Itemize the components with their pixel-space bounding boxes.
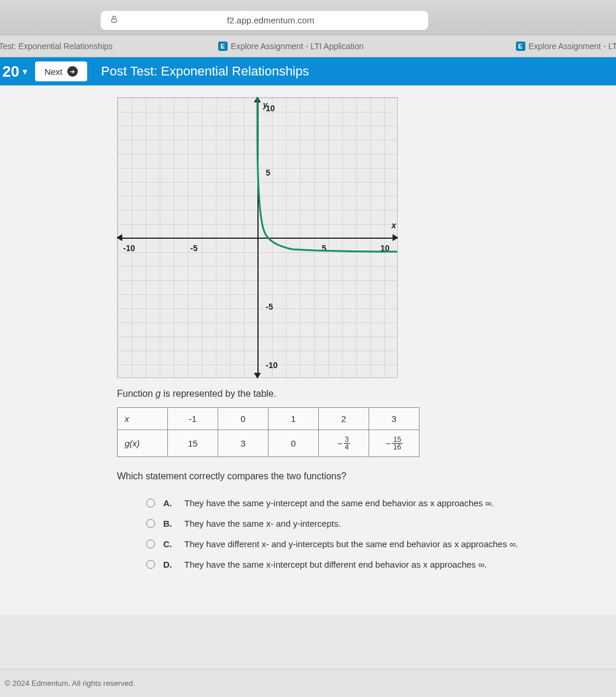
cell: 2 <box>319 408 369 430</box>
cell: −1516 <box>369 430 419 457</box>
url-text: f2.app.edmentum.com <box>123 15 419 25</box>
choice-d[interactable]: D. They have the same x-intercept but di… <box>146 559 616 569</box>
choice-b[interactable]: B. They have the same x- and y-intercept… <box>146 519 616 528</box>
browser-chrome: f2.app.edmentum.com <box>0 0 616 36</box>
tab-badge-icon: E <box>218 42 228 51</box>
radio-icon[interactable] <box>146 519 155 528</box>
cell: −34 <box>319 430 369 457</box>
table-caption: Function g is represented by the table. <box>117 389 616 399</box>
tab-badge-icon: E <box>516 42 525 51</box>
cell: 3 <box>218 430 269 457</box>
row-header-x: x <box>125 414 129 424</box>
choice-c[interactable]: C. They have different x- and y-intercep… <box>146 539 616 549</box>
cell: -1 <box>168 408 218 430</box>
radio-icon[interactable] <box>146 540 155 548</box>
function-table: x -1 0 1 2 3 g(x) 15 3 0 −34 −1516 <box>117 407 419 457</box>
tab-center[interactable]: E Explore Assignment - LTI Application <box>218 42 364 51</box>
row-header-gx: g(x) <box>125 438 140 448</box>
question-number-dropdown[interactable]: 20 ▾ <box>0 63 35 81</box>
cell: 3 <box>369 408 419 430</box>
question-content: y x 10 5 -5 -10 -10 -5 5 10 Function g i… <box>0 85 616 615</box>
page-title: Post Test: Exponential Relationships <box>101 64 309 79</box>
chevron-down-icon: ▾ <box>23 67 27 76</box>
function-curve <box>118 98 397 377</box>
lesson-header-bar: 20 ▾ Next ➔ Post Test: Exponential Relat… <box>0 57 616 85</box>
choice-text: They have the same y-intercept and the s… <box>184 498 494 508</box>
url-bar[interactable]: f2.app.edmentum.com <box>101 11 428 30</box>
arrow-right-icon: ➔ <box>67 66 78 77</box>
radio-icon[interactable] <box>146 499 155 507</box>
next-button[interactable]: Next ➔ <box>35 61 87 81</box>
graph: y x 10 5 -5 -10 -10 -5 5 10 <box>117 97 398 378</box>
footer-copyright: © 2024 Edmentum. All rights reserved. <box>0 669 616 697</box>
radio-icon[interactable] <box>146 560 155 569</box>
table-row: x -1 0 1 2 3 <box>118 408 419 430</box>
table-row: g(x) 15 3 0 −34 −1516 <box>118 430 419 457</box>
cell: 15 <box>168 430 218 457</box>
answer-choices: A. They have the same y-intercept and th… <box>117 498 616 569</box>
cell: 1 <box>269 408 319 430</box>
choice-text: They have the same x- and y-intercepts. <box>184 519 341 528</box>
cell: 0 <box>218 408 269 430</box>
choice-text: They have the same x-intercept but diffe… <box>184 559 487 569</box>
tab-left[interactable]: Test: Exponential Relationships <box>0 42 113 51</box>
svg-rect-0 <box>111 19 116 22</box>
question-text: Which statement correctly compares the t… <box>117 471 616 482</box>
tab-right[interactable]: E Explore Assignment - LT <box>516 42 616 51</box>
browser-tabs: Test: Exponential Relationships E Explor… <box>0 36 616 57</box>
choice-text: They have different x- and y-intercepts … <box>184 539 518 549</box>
choice-a[interactable]: A. They have the same y-intercept and th… <box>146 498 616 508</box>
cell: 0 <box>269 430 319 457</box>
lock-icon <box>110 15 118 25</box>
